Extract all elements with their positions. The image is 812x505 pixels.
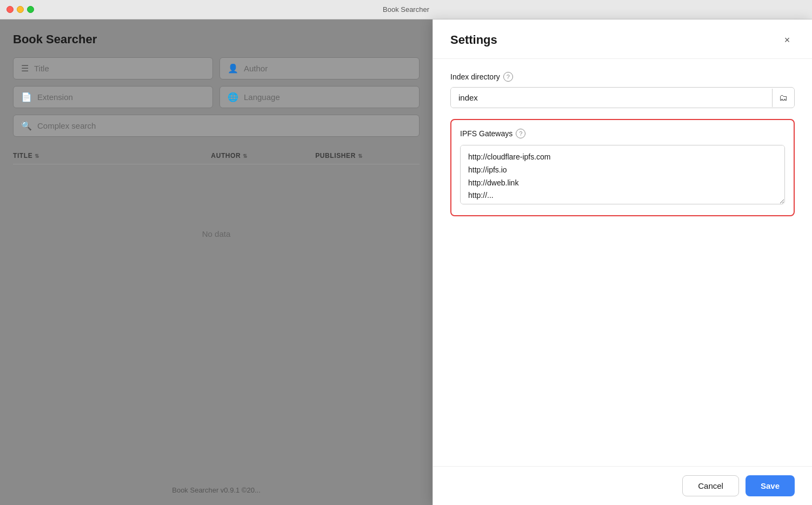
titlebar: Book Searcher — [0, 0, 812, 19]
cancel-button[interactable]: Cancel — [682, 475, 739, 496]
author-placeholder: Author — [244, 64, 268, 73]
language-search-field[interactable]: 🌐 Language — [219, 86, 420, 108]
language-placeholder: Language — [244, 92, 280, 102]
extension-icon: 📄 — [21, 92, 32, 102]
settings-panel: Settings × Index directory ? 🗂 IPFS Gate… — [432, 19, 812, 505]
author-sort-icon: ⇅ — [243, 153, 248, 159]
col-title[interactable]: TITLE ⇅ — [13, 152, 211, 160]
col-title-label: TITLE — [13, 152, 32, 160]
complex-placeholder: Complex search — [37, 121, 96, 130]
settings-close-button[interactable]: × — [780, 32, 795, 48]
save-button[interactable]: Save — [746, 475, 795, 496]
index-directory-help-icon[interactable]: ? — [503, 72, 513, 82]
table-header: TITLE ⇅ AUTHOR ⇅ PUBLISHER ⇅ — [13, 148, 420, 164]
extension-search-field[interactable]: 📄 Extension — [13, 86, 213, 108]
ipfs-gateways-text: IPFS Gateways — [460, 129, 513, 138]
app-footer: Book Searcher v0.9.1 ©20... — [0, 486, 432, 494]
search-grid: ☰ Title 👤 Author 📄 Extension 🌐 Language — [13, 57, 420, 108]
col-publisher-label: PUBLISHER — [315, 152, 356, 160]
settings-title: Settings — [450, 33, 497, 47]
fullscreen-traffic-light[interactable] — [27, 6, 34, 13]
settings-footer: Cancel Save — [433, 466, 812, 505]
language-icon: 🌐 — [228, 92, 238, 102]
complex-search-field[interactable]: 🔍 Complex search — [13, 115, 420, 137]
ipfs-gateways-label: IPFS Gateways ? — [460, 129, 785, 138]
complex-icon: 🔍 — [21, 121, 32, 131]
index-directory-text: Index directory — [450, 72, 500, 81]
index-directory-input-row: 🗂 — [450, 87, 795, 108]
author-search-field[interactable]: 👤 Author — [219, 57, 420, 79]
ipfs-gateways-textarea[interactable]: http://cloudflare-ipfs.com http://ipfs.i… — [460, 145, 785, 204]
col-author-label: AUTHOR — [211, 152, 241, 160]
title-sort-icon: ⇅ — [35, 153, 39, 159]
settings-body: Index directory ? 🗂 IPFS Gateways ? http… — [433, 59, 812, 466]
author-icon: 👤 — [228, 63, 238, 74]
extension-placeholder: Extension — [37, 92, 73, 102]
app-title: Book Searcher — [13, 32, 420, 46]
col-publisher[interactable]: PUBLISHER ⇅ — [315, 152, 420, 160]
title-icon: ☰ — [21, 63, 29, 74]
no-data-message: No data — [13, 229, 420, 238]
title-search-field[interactable]: ☰ Title — [13, 57, 213, 79]
traffic-lights[interactable] — [6, 6, 34, 13]
title-placeholder: Title — [34, 64, 49, 73]
ipfs-gateways-section: IPFS Gateways ? http://cloudflare-ipfs.c… — [450, 119, 795, 216]
close-traffic-light[interactable] — [6, 6, 14, 13]
index-directory-label: Index directory ? — [450, 72, 795, 82]
folder-picker-button[interactable]: 🗂 — [772, 89, 794, 107]
index-directory-input[interactable] — [451, 88, 772, 108]
window-title: Book Searcher — [383, 5, 429, 14]
app-background: Book Searcher ☰ Title 👤 Author 📄 Extensi… — [0, 19, 432, 505]
settings-header: Settings × — [433, 19, 812, 59]
col-author[interactable]: AUTHOR ⇅ — [211, 152, 315, 160]
minimize-traffic-light[interactable] — [17, 6, 24, 13]
ipfs-gateways-help-icon[interactable]: ? — [516, 129, 525, 138]
publisher-sort-icon: ⇅ — [358, 153, 363, 159]
